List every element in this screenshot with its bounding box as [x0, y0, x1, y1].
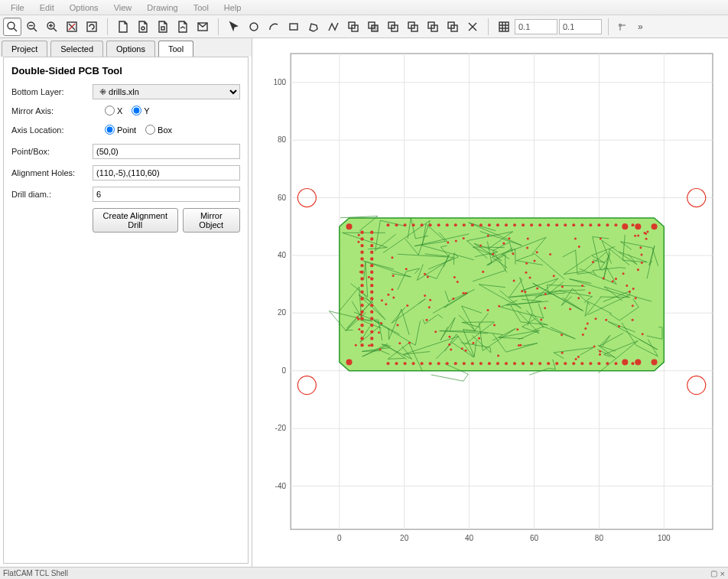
svg-point-127	[437, 362, 440, 365]
zoom-out-button[interactable]	[23, 18, 41, 36]
cut-path-button[interactable]	[404, 18, 422, 36]
open-excellon-button[interactable]	[154, 18, 172, 36]
sidebar: Project Selected Options Tool Double-Sid…	[0, 38, 252, 567]
tab-tool[interactable]: Tool	[158, 41, 193, 57]
svg-point-273	[346, 223, 353, 229]
svg-point-58	[360, 251, 363, 254]
svg-point-264	[587, 322, 589, 324]
grid-x-input[interactable]	[515, 19, 557, 34]
union-button[interactable]	[344, 18, 362, 36]
svg-point-183	[512, 252, 514, 255]
toolbar-overflow-icon[interactable]: »	[635, 21, 646, 32]
svg-point-90	[370, 343, 373, 346]
menu-tool[interactable]: Tool	[186, 3, 216, 12]
status-shell-label[interactable]: FlatCAM TCL Shell	[3, 569, 68, 577]
move-geo-button[interactable]	[444, 18, 462, 36]
corner-snap-button[interactable]	[615, 18, 633, 36]
svg-point-191	[637, 235, 639, 237]
svg-point-252	[527, 238, 529, 240]
svg-point-259	[465, 350, 467, 352]
svg-point-131	[471, 362, 474, 365]
svg-point-214	[632, 304, 634, 307]
svg-point-188	[387, 294, 389, 296]
clear-plot-button[interactable]	[63, 18, 81, 36]
svg-point-249	[603, 277, 605, 279]
tab-selected[interactable]: Selected	[50, 41, 103, 57]
loc-box-radio[interactable]: Box	[145, 125, 172, 135]
grid-button[interactable]	[495, 18, 513, 36]
svg-point-150	[632, 362, 635, 365]
dock-restore-icon[interactable]: ▢	[710, 569, 717, 577]
draw-arc-button[interactable]	[265, 18, 283, 36]
draw-path-button[interactable]	[324, 18, 343, 36]
tab-options[interactable]: Options	[106, 41, 155, 57]
tab-project[interactable]: Project	[2, 41, 47, 57]
svg-point-100	[463, 223, 466, 226]
alignment-holes-input[interactable]	[93, 165, 240, 181]
menu-drawing[interactable]: Drawing	[139, 3, 185, 12]
svg-point-144	[580, 362, 583, 365]
svg-point-170	[584, 327, 587, 330]
dock-close-icon[interactable]: ×	[720, 569, 725, 578]
menu-options[interactable]: Options	[62, 3, 106, 12]
svg-point-274	[652, 223, 658, 229]
svg-point-236	[359, 271, 362, 273]
zoom-fit-button[interactable]	[3, 18, 21, 36]
mirror-y-radio[interactable]: Y	[132, 106, 149, 115]
svg-point-77	[370, 257, 373, 260]
open-gcode-button[interactable]	[174, 18, 192, 36]
menu-view[interactable]: View	[106, 3, 140, 12]
svg-text:20: 20	[278, 308, 287, 317]
zoom-in-button[interactable]	[43, 18, 61, 36]
svg-point-63	[360, 284, 363, 287]
draw-rect-button[interactable]	[284, 18, 303, 36]
svg-point-56	[360, 237, 363, 240]
svg-point-240	[424, 273, 426, 275]
svg-point-161	[646, 231, 648, 233]
loc-point-radio[interactable]: Point	[105, 125, 136, 135]
menu-help[interactable]: Help	[216, 3, 249, 12]
bottom-layer-select[interactable]: ⁜ drills.xln	[93, 84, 240, 99]
save-project-button[interactable]	[193, 18, 212, 36]
svg-point-180	[525, 262, 528, 265]
svg-point-261	[381, 299, 383, 301]
svg-point-232	[521, 290, 523, 292]
delete-geo-button[interactable]	[463, 18, 482, 36]
svg-point-73	[370, 231, 373, 234]
pointbox-input[interactable]	[93, 144, 240, 159]
select-button[interactable]	[225, 18, 243, 36]
draw-polygon-button[interactable]	[304, 18, 323, 36]
svg-point-241	[429, 299, 431, 301]
mirror-x-radio[interactable]: X	[105, 106, 122, 115]
svg-point-80	[370, 277, 373, 280]
svg-point-128	[446, 362, 449, 365]
mirror-object-button[interactable]: Mirror Object	[183, 208, 240, 233]
intersect-button[interactable]	[364, 18, 382, 36]
subtract-button[interactable]	[384, 18, 402, 36]
svg-point-163	[448, 336, 450, 338]
create-alignment-drill-button[interactable]: Create Alignment Drill	[93, 208, 178, 233]
plot-canvas[interactable]: 020406080100 -40-20020406080100	[252, 38, 728, 567]
replot-button[interactable]	[83, 18, 101, 36]
grid-y-input[interactable]	[559, 19, 602, 34]
menu-file[interactable]: File	[3, 3, 32, 12]
draw-circle-button[interactable]	[245, 18, 263, 36]
menu-edit[interactable]: Edit	[32, 3, 62, 12]
svg-point-263	[368, 344, 370, 346]
svg-point-78	[370, 264, 373, 267]
svg-point-129	[454, 362, 457, 365]
svg-point-110	[547, 223, 550, 226]
svg-point-87	[370, 324, 373, 327]
svg-point-251	[391, 256, 393, 259]
svg-point-203	[408, 342, 411, 344]
svg-point-142	[564, 362, 567, 365]
svg-point-76	[370, 251, 373, 254]
svg-point-102	[479, 223, 483, 226]
new-file-button[interactable]	[114, 18, 132, 36]
svg-point-230	[392, 297, 395, 299]
svg-point-98	[446, 223, 449, 226]
open-gerber-button[interactable]	[134, 18, 152, 36]
copy-geo-button[interactable]	[424, 18, 442, 36]
drill-diam-input[interactable]	[93, 187, 240, 202]
svg-point-276	[635, 359, 641, 365]
